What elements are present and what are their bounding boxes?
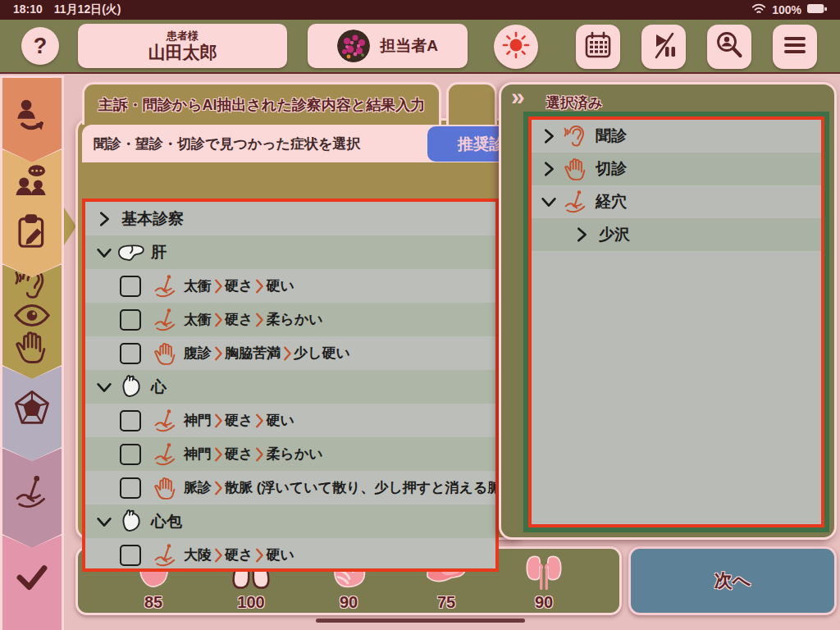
- staff-avatar: [337, 30, 370, 62]
- breadcrumb-separator-icon: [253, 278, 265, 294]
- organ-score-kidneys[interactable]: 90: [522, 552, 566, 610]
- pentagon-icon: [13, 389, 51, 427]
- tree-row[interactable]: 心包: [85, 504, 495, 538]
- play-pause-button[interactable]: [641, 25, 686, 69]
- hamburger-menu-icon: [780, 30, 810, 63]
- selected-row-label: 少沢: [599, 224, 630, 245]
- breadcrumb-separator-icon: [212, 413, 224, 429]
- symptom-part: 胸脇苦満: [225, 344, 281, 363]
- checkmark-icon: [13, 558, 51, 596]
- sidebar-step-acupuncture[interactable]: [0, 446, 64, 548]
- status-left: 18:10 11月12日(火): [13, 2, 121, 17]
- selected-tree-row[interactable]: 切診: [532, 153, 821, 185]
- tree-row[interactable]: 太衝硬さ柔らかい: [85, 303, 495, 336]
- next-button[interactable]: 次へ: [628, 546, 837, 615]
- help-label: ?: [34, 34, 48, 59]
- needle-hand-icon: [152, 542, 180, 568]
- selected-row-label: 聞診: [596, 126, 627, 147]
- examination-panel: 主訴・問診からAI抽出された診察内容と結果入力 聞診・望診・切診で見つかった症状…: [75, 82, 525, 540]
- app-header: ? 患者様 山田太郎 担当者A: [0, 20, 840, 74]
- battery-icon: [807, 3, 827, 16]
- tree-row[interactable]: 肝: [85, 235, 495, 269]
- symptom-part: 神門: [184, 445, 212, 463]
- checkbox[interactable]: [120, 276, 141, 297]
- heart-outline-icon: [116, 373, 146, 401]
- chevron-right-icon[interactable]: [540, 127, 558, 145]
- sidebar-step-interview[interactable]: [0, 148, 64, 277]
- chevron-right-icon[interactable]: [95, 210, 113, 228]
- chevron-right-icon[interactable]: [573, 226, 591, 244]
- battery-percent: 100%: [772, 3, 801, 16]
- tab-secondary[interactable]: [446, 82, 497, 125]
- staff-button[interactable]: 担当者A: [308, 24, 468, 68]
- tab-title: 主訴・問診からAI抽出された診察内容と結果入力: [98, 95, 426, 115]
- selected-tree-row[interactable]: 少沢: [532, 218, 821, 251]
- tree-row[interactable]: 基本診察: [85, 202, 495, 235]
- liver-outline-icon: [116, 239, 146, 267]
- wifi-icon: [751, 3, 766, 16]
- mood-sun-button[interactable]: [494, 25, 538, 69]
- double-chevron-right-icon: »: [511, 83, 525, 110]
- selected-tree-row[interactable]: 経穴: [532, 185, 821, 218]
- checkbox[interactable]: [120, 309, 141, 331]
- tree-row[interactable]: 大陵硬さ硬い: [85, 538, 495, 572]
- checkbox[interactable]: [120, 545, 141, 566]
- chevron-down-icon[interactable]: [540, 193, 558, 211]
- symptom-part: 硬い: [266, 546, 294, 564]
- needle-hand-icon: [152, 441, 180, 468]
- breadcrumb-separator-icon: [212, 446, 224, 463]
- organ-score-value: 100: [237, 594, 264, 610]
- patient-button[interactable]: 患者様 山田太郎: [78, 24, 287, 68]
- patient-search-button[interactable]: [707, 25, 751, 69]
- chevron-down-icon[interactable]: [95, 244, 113, 262]
- examination-panel-body: 聞診・望診・切診で見つかった症状を選択 推奨診察 基本診察肝太衝硬さ硬い太衝硬さ…: [75, 118, 525, 540]
- sidebar-step-patient-select[interactable]: [0, 75, 64, 162]
- symptom-part: 大陵: [184, 546, 212, 564]
- checkbox[interactable]: [120, 477, 141, 499]
- breadcrumb-separator-icon: [253, 413, 265, 429]
- home-indicator[interactable]: [316, 619, 525, 623]
- checkbox[interactable]: [120, 444, 141, 465]
- palm-icon: [152, 475, 180, 501]
- symptom-part: 柔らかい: [266, 445, 322, 463]
- symptom-part: 硬さ: [225, 276, 253, 295]
- calendar-button[interactable]: [576, 25, 620, 69]
- checkbox[interactable]: [120, 410, 141, 431]
- symptom-part: 腹診: [184, 344, 212, 363]
- user-search-icon: [714, 30, 744, 63]
- chevron-down-icon[interactable]: [95, 513, 113, 531]
- organ-score-value: 85: [144, 594, 162, 610]
- tree-row[interactable]: 神門硬さ柔らかい: [85, 437, 495, 471]
- checkbox[interactable]: [120, 343, 141, 364]
- tree-row[interactable]: 脈診散脈 (浮いていて散り、少し押すと消える脈): [85, 471, 495, 504]
- tree-row[interactable]: 心: [85, 370, 495, 404]
- tree-row[interactable]: 太衝硬さ硬い: [85, 269, 495, 303]
- selected-tree-row[interactable]: 聞診: [532, 120, 821, 153]
- symptom-part: 硬い: [266, 411, 294, 430]
- status-bar: 18:10 11月12日(火) 100%: [0, 0, 840, 20]
- symptom-part: 硬さ: [225, 411, 253, 430]
- help-button[interactable]: ?: [21, 27, 59, 65]
- chevron-down-icon[interactable]: [95, 378, 113, 396]
- organ-score-value: 90: [535, 594, 553, 610]
- sidebar-step-examination[interactable]: [0, 262, 64, 379]
- menu-button[interactable]: [773, 25, 817, 69]
- selected-tree-list-inner[interactable]: 聞診切診経穴少沢: [528, 116, 824, 527]
- needle-hand-icon: [152, 408, 180, 434]
- collapse-panel-button[interactable]: »: [511, 83, 525, 111]
- patient-caption: 患者様: [167, 30, 199, 42]
- chevron-right-icon[interactable]: [540, 160, 558, 178]
- symptom-tree-list[interactable]: 基本診察肝太衝硬さ硬い太衝硬さ柔らかい腹診胸脇苦満少し硬い心神門硬さ硬い神門硬さ…: [82, 199, 499, 572]
- step-shape-fill: [2, 536, 62, 630]
- symptom-part: 脈診: [184, 478, 212, 497]
- tree-row[interactable]: 神門硬さ硬い: [85, 404, 495, 437]
- date: 11月12日(火): [54, 2, 121, 17]
- tab-ai-extracted[interactable]: 主訴・問診からAI抽出された診察内容と結果入力: [82, 82, 441, 125]
- eye-icon: [13, 303, 51, 328]
- workflow-sidebar: [0, 74, 79, 630]
- kidneys-icon: [522, 552, 566, 593]
- tree-row[interactable]: 腹診胸脇苦満少し硬い: [85, 336, 495, 370]
- breadcrumb-separator-icon: [212, 278, 224, 294]
- tree-row-label: 心包: [151, 511, 182, 532]
- selected-row-label: 切診: [596, 158, 627, 180]
